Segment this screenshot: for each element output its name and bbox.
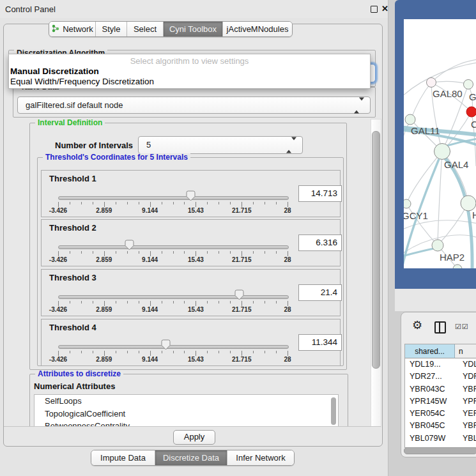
- float-window-icon[interactable]: [371, 6, 378, 13]
- tick: [242, 202, 242, 207]
- cell-name[interactable]: YDL1: [459, 358, 476, 371]
- tick: [93, 351, 93, 353]
- panel-scrollbar-thumb[interactable]: [372, 131, 380, 369]
- cell-shared-name[interactable]: YER054C: [405, 408, 459, 420]
- popup-item-equal-width-frequency[interactable]: Equal Width/Frequency Discretization: [10, 77, 154, 86]
- network-node[interactable]: [461, 196, 476, 211]
- tick: [288, 202, 288, 207]
- window-title: Control Panel: [5, 4, 56, 14]
- network-canvas[interactable]: GAL80GACGAL11GAL4GCY1HHAP2: [404, 19, 476, 268]
- slider-thumb[interactable]: [186, 190, 196, 201]
- tick: [207, 301, 208, 303]
- cell-name[interactable]: YDR2: [459, 371, 476, 383]
- cell-shared-name[interactable]: YBR045C: [405, 420, 459, 432]
- tick-label: 2.859: [96, 256, 112, 263]
- table-row[interactable]: YDR27...YDR2: [405, 371, 476, 383]
- threshold-value-field[interactable]: 6.316: [298, 234, 342, 251]
- list-item[interactable]: SelfLoops: [35, 395, 338, 408]
- cell-name[interactable]: YBR0: [459, 420, 476, 432]
- tab-label: Network: [63, 24, 93, 34]
- cell-shared-name[interactable]: YDR27...: [405, 371, 459, 383]
- tab-style[interactable]: Style: [95, 22, 127, 36]
- tick: [276, 301, 277, 303]
- tab-infer-network[interactable]: Infer Network: [227, 450, 294, 465]
- node-label: HAP2: [440, 252, 464, 263]
- tab-select[interactable]: Select: [127, 22, 163, 36]
- column-header-shared-name[interactable]: shared...: [405, 344, 455, 358]
- table-row[interactable]: YPR145WYPR1: [405, 395, 476, 408]
- threshold-label: Threshold 4: [49, 323, 96, 332]
- tick-label: 9.144: [142, 207, 158, 214]
- numerical-attributes-list[interactable]: SelfLoopsTopologicalCoefficientBetweenne…: [34, 394, 339, 428]
- threshold-3-box: Threshold 3 -3.4262.8599.14415.4321.7152…: [41, 269, 341, 316]
- network-node[interactable]: [464, 80, 473, 89]
- table-row[interactable]: YBR043CYBR0: [405, 383, 476, 395]
- tab-label: Infer Network: [236, 453, 285, 463]
- cell-shared-name[interactable]: YPR145W: [405, 395, 459, 408]
- table-data-combobox[interactable]: galFiltered.sif default node: [17, 96, 371, 114]
- node-label: C: [471, 119, 476, 130]
- tab-impute-data[interactable]: Impute Data: [91, 450, 155, 465]
- list-item[interactable]: TopologicalCoefficient: [35, 408, 338, 420]
- gear-icon[interactable]: ⚙: [412, 319, 422, 331]
- apply-bar: Apply: [4, 426, 381, 445]
- checkbox-icons[interactable]: ☑☑: [455, 323, 469, 331]
- tick: [93, 202, 93, 204]
- tick-label: 2.859: [96, 356, 112, 363]
- popup-item-manual-discretization[interactable]: Manual Discretization: [10, 66, 99, 76]
- cell-shared-name[interactable]: YBL079W: [405, 433, 459, 445]
- apply-button[interactable]: Apply: [173, 430, 215, 445]
- tick: [104, 301, 105, 306]
- network-node[interactable]: [404, 199, 411, 208]
- tick-label: -3.426: [49, 256, 67, 263]
- cell-name[interactable]: YBR0: [459, 383, 476, 395]
- tick: [127, 251, 128, 254]
- network-node[interactable]: [427, 78, 436, 88]
- table-row[interactable]: YER054CYER0: [405, 408, 476, 420]
- table-panel-container: ⚙ ☑☑ shared... n YDL19...YDL1YDR27...YDR…: [401, 312, 476, 457]
- tick-label: 21.715: [232, 207, 252, 214]
- tick: [276, 351, 277, 353]
- table-hscrollbar-thumb[interactable]: [404, 447, 476, 454]
- slider-track[interactable]: [58, 295, 289, 299]
- num-intervals-value: 5: [146, 140, 151, 150]
- table-row[interactable]: YBR045CYBR0: [405, 420, 476, 432]
- cell-name[interactable]: YBL0: [459, 433, 476, 445]
- tab-network[interactable]: Network: [49, 22, 95, 36]
- threshold-value-field[interactable]: 14.713: [298, 185, 342, 202]
- table-row[interactable]: YDL19...YDL1: [405, 358, 476, 371]
- list-scrollbar[interactable]: [331, 397, 336, 425]
- cell-name[interactable]: YPR1: [459, 395, 476, 408]
- table-row[interactable]: YBL079WYBL0: [405, 433, 476, 445]
- slider-thumb[interactable]: [161, 339, 171, 350]
- cell-shared-name[interactable]: YBR043C: [405, 383, 459, 395]
- network-node[interactable]: [405, 114, 415, 125]
- tick: [139, 301, 139, 303]
- tab-jactivemnodules[interactable]: jActiveMNodules: [222, 22, 292, 36]
- cell-name[interactable]: YER0: [459, 408, 476, 420]
- tick: [207, 351, 208, 353]
- split-view-icon[interactable]: [434, 321, 446, 334]
- table-hscrollbar[interactable]: [404, 447, 476, 454]
- tab-cyni-toolbox[interactable]: Cyni Toolbox: [163, 22, 222, 36]
- network-node[interactable]: [434, 144, 450, 160]
- tick: [219, 351, 219, 353]
- tick: [93, 251, 93, 254]
- network-node[interactable]: [466, 107, 476, 117]
- threshold-value-field[interactable]: 11.344: [298, 334, 342, 351]
- column-header-name[interactable]: n: [455, 344, 476, 358]
- cell-shared-name[interactable]: YDL19...: [405, 358, 459, 371]
- control-panel-window: Control Panel ✕ Network Style Select Cy: [0, 0, 388, 476]
- tick: [265, 202, 265, 204]
- slider-track[interactable]: [58, 245, 289, 249]
- close-icon[interactable]: ✕: [381, 4, 388, 13]
- slider-thumb[interactable]: [125, 240, 134, 250]
- network-node[interactable]: [432, 240, 443, 251]
- slider-thumb[interactable]: [234, 289, 244, 300]
- tab-discretize-data[interactable]: Discretize Data: [155, 450, 227, 465]
- slider-track[interactable]: [58, 345, 289, 349]
- slider-track[interactable]: [58, 196, 289, 200]
- num-intervals-combobox[interactable]: 5: [138, 136, 303, 154]
- tick: [173, 301, 174, 303]
- threshold-value-field[interactable]: 21.4: [298, 284, 342, 301]
